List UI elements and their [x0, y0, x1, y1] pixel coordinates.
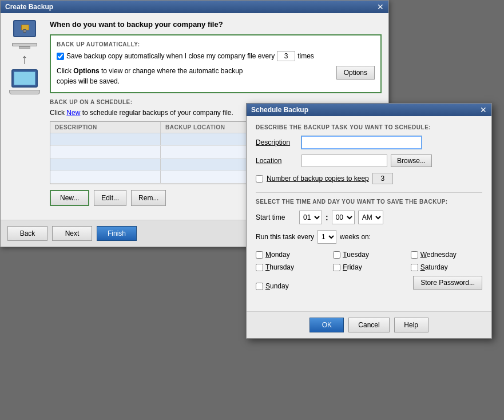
- backup-question: When do you want to backup your company …: [50, 20, 382, 29]
- copies-checkbox[interactable]: [256, 175, 263, 183]
- description-row: Description: [256, 136, 482, 149]
- wednesday-checkbox-row: Wednesday: [411, 251, 482, 259]
- saturday-checkbox[interactable]: [411, 264, 418, 271]
- run-task-label: Run this task every: [256, 233, 314, 241]
- new-link[interactable]: New: [66, 109, 80, 117]
- run-task-row: Run this task every 1234 weeks on:: [256, 230, 482, 244]
- monday-checkbox[interactable]: [256, 251, 263, 259]
- sunday-label: Sunday: [265, 282, 289, 290]
- options-description: Click Options to view or change where th…: [57, 66, 257, 86]
- browse-button[interactable]: Browse...: [391, 154, 432, 167]
- time-colon: :: [326, 213, 328, 222]
- sunday-checkbox[interactable]: [256, 283, 263, 290]
- schedule-backup-close-button[interactable]: ✕: [480, 106, 487, 114]
- col-description: DESCRIPTION: [50, 122, 161, 133]
- tuesday-checkbox-row: Tuesday: [333, 251, 404, 259]
- create-backup-close-button[interactable]: ✕: [377, 3, 384, 11]
- schedule-backup-window: Schedule Backup ✕ DESCRIBE THE BACKUP TA…: [246, 103, 492, 339]
- remove-button[interactable]: Rem...: [131, 190, 166, 206]
- days-grid: Monday Tuesday Wednesday Thursday Friday…: [256, 251, 482, 296]
- schedule-backup-title: Schedule Backup: [251, 106, 308, 114]
- schedule-backup-footer: OK Cancel Help: [247, 311, 491, 338]
- auto-backup-label: BACK UP AUTOMATICALLY:: [57, 41, 375, 47]
- tuesday-label: Tuesday: [343, 251, 369, 259]
- options-button[interactable]: Options: [336, 66, 375, 80]
- edit-button[interactable]: Edit...: [94, 190, 126, 206]
- start-time-label: Start time: [256, 213, 296, 221]
- tuesday-checkbox[interactable]: [333, 251, 340, 259]
- thursday-label: Thursday: [265, 263, 294, 271]
- ok-button[interactable]: OK: [309, 318, 344, 332]
- location-input[interactable]: [301, 154, 387, 167]
- thursday-checkbox[interactable]: [256, 264, 263, 271]
- thursday-checkbox-row: Thursday: [256, 263, 327, 271]
- hour-select[interactable]: 01020304 05060708 09101112: [299, 211, 322, 224]
- copies-row: Number of backup copies to keep: [256, 173, 482, 184]
- create-backup-titlebar: Create Backup ✕: [1, 1, 388, 13]
- saturday-checkbox-row: Saturday: [411, 263, 482, 271]
- copies-input[interactable]: [372, 173, 393, 184]
- sunday-checkbox-row: Sunday: [256, 276, 327, 296]
- describe-section-label: DESCRIBE THE BACKUP TASK YOU WANT TO SCH…: [256, 124, 482, 130]
- saturday-label: Saturday: [420, 263, 448, 271]
- times-label: times: [297, 52, 314, 60]
- description-label: Description: [256, 138, 301, 146]
- monday-checkbox-row: Monday: [256, 251, 327, 259]
- friday-label: Friday: [343, 263, 362, 271]
- wednesday-label: Wednesday: [420, 251, 457, 259]
- next-button[interactable]: Next: [52, 226, 92, 241]
- friday-checkbox[interactable]: [333, 264, 340, 271]
- ampm-select[interactable]: AMPM: [358, 211, 383, 224]
- minute-select[interactable]: 00153045: [332, 211, 355, 224]
- laptop-icon: [9, 69, 40, 94]
- cancel-button[interactable]: Cancel: [348, 318, 389, 332]
- store-password-button[interactable]: Store Password...: [413, 276, 482, 290]
- auto-backup-checkbox-label: Save backup copy automatically when I cl…: [66, 52, 275, 60]
- copies-label: Number of backup copies to keep: [267, 175, 369, 183]
- finish-button[interactable]: Finish: [97, 226, 137, 241]
- location-row: Location Browse...: [256, 154, 482, 167]
- wednesday-checkbox[interactable]: [411, 251, 418, 259]
- friday-checkbox-row: Friday: [333, 263, 404, 271]
- location-label: Location: [256, 157, 301, 165]
- time-section-label: SELECT THE TIME AND DAY YOU WANT TO SAVE…: [256, 199, 482, 205]
- backup-icon-top: [10, 20, 39, 49]
- create-backup-title: Create Backup: [5, 3, 53, 11]
- description-input[interactable]: [301, 136, 422, 149]
- new-button[interactable]: New...: [50, 190, 89, 206]
- auto-backup-section: BACK UP AUTOMATICALLY: Save backup copy …: [50, 34, 382, 93]
- help-button[interactable]: Help: [394, 318, 428, 332]
- backup-times-input[interactable]: [277, 51, 295, 61]
- arrow-down-icon: ↑: [21, 52, 28, 66]
- start-time-row: Start time 01020304 05060708 09101112 : …: [256, 211, 482, 224]
- monday-label: Monday: [265, 251, 290, 259]
- back-button[interactable]: Back: [7, 226, 47, 241]
- schedule-backup-titlebar: Schedule Backup ✕: [247, 104, 491, 116]
- section-divider: [256, 192, 482, 193]
- auto-backup-checkbox[interactable]: [57, 53, 64, 60]
- store-password-container: Store Password...: [411, 276, 482, 290]
- week-select[interactable]: 1234: [318, 230, 336, 244]
- weeks-on-label: weeks on:: [340, 233, 371, 241]
